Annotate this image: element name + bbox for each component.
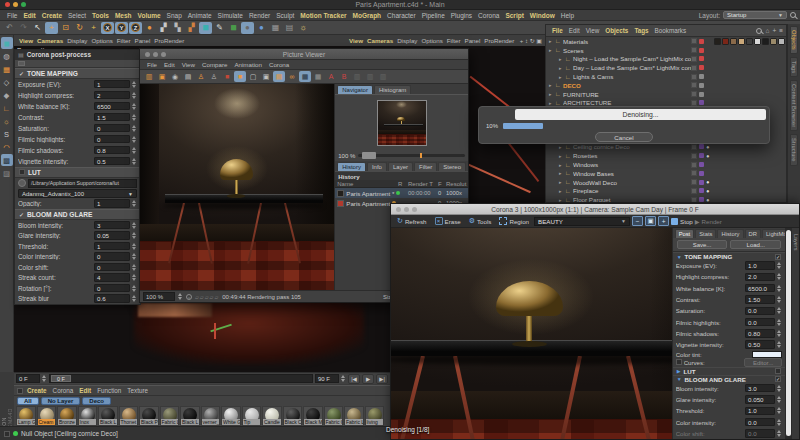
tree-row[interactable]: ▸ ∟ Windows ● (546, 160, 786, 169)
material-tag-thumbnail[interactable] (738, 38, 745, 45)
setting-value-field[interactable]: 2.0 (745, 273, 775, 282)
slider-handle[interactable] (362, 152, 376, 159)
viewport-menu-item[interactable]: View (17, 37, 35, 44)
toolbar-icon[interactable]: + (45, 22, 58, 34)
timeline-playhead[interactable]: 0 F (51, 375, 71, 382)
tab[interactable]: Stereo (438, 162, 466, 171)
setting-value-field[interactable]: 1 (94, 80, 130, 89)
stepper-icon[interactable] (132, 199, 137, 208)
tab[interactable]: History (717, 229, 743, 238)
visibility-toggle[interactable] (691, 65, 697, 71)
menu-item[interactable]: File (549, 27, 566, 34)
material-item[interactable]: verner_ (201, 406, 221, 426)
menu-item[interactable]: Edit (76, 387, 94, 394)
setting-value-field[interactable]: 0.0 (745, 307, 775, 316)
menu-item[interactable]: Compare (199, 61, 230, 68)
material-tag-thumbnail[interactable] (730, 38, 737, 45)
visibility-toggle[interactable] (691, 188, 697, 194)
stepper-icon[interactable] (132, 263, 137, 272)
toolbar-icon[interactable]: ▥ (377, 71, 389, 82)
material-item[interactable]: Fabric L (344, 406, 364, 426)
menu-item[interactable]: Edit (20, 12, 38, 19)
setting-value-field[interactable]: 0.5 (94, 157, 130, 166)
setting-value-field[interactable]: 0.0 (745, 429, 775, 438)
section-checkbox[interactable] (775, 368, 781, 374)
menu-item[interactable]: View (583, 27, 603, 34)
menu-item[interactable]: Objects (602, 27, 631, 34)
menu-item[interactable]: Corona (50, 387, 77, 394)
stepper-icon[interactable] (132, 157, 137, 166)
setting-value-field[interactable]: 1 (94, 199, 130, 208)
layout-select[interactable]: Startup▼ (723, 11, 787, 19)
material-tag-thumbnail[interactable] (746, 38, 753, 45)
layer-color-dot[interactable] (699, 100, 704, 105)
viewport-menu-item[interactable]: Options (89, 37, 114, 44)
mode-icon[interactable]: ◼ (1, 37, 13, 49)
menu-item[interactable]: Render (246, 12, 273, 19)
visibility-toggle[interactable] (691, 179, 697, 185)
toolbar-icon[interactable]: ▚ (171, 22, 184, 34)
tone-mapping-header[interactable]: ✓ TONE MAPPING (15, 68, 140, 79)
setting-value-field[interactable]: 1.0 (745, 407, 775, 416)
material-tag-icon[interactable]: ● (706, 197, 710, 202)
tone-mapping-header[interactable]: ▼ TONE MAPPING ✓ (673, 252, 785, 260)
layer-color-dot[interactable] (699, 74, 704, 79)
toolbar-icon[interactable]: ▥ (351, 71, 363, 82)
setting-value-field[interactable]: 1.0 (745, 261, 775, 270)
panel-title-bar[interactable]: ▤ Corona post-process (15, 50, 140, 60)
stepper-icon[interactable] (777, 429, 782, 438)
mode-icon[interactable]: ◇ (1, 76, 13, 88)
go-to-start-button[interactable]: |◀ (348, 374, 360, 384)
curves-checkbox[interactable] (676, 359, 682, 365)
tree-row[interactable]: ▸ ∟ WoodWall Deco ● (546, 178, 786, 187)
viewport-menu-item[interactable]: Filter (115, 37, 133, 44)
material-item[interactable]: Black L (98, 406, 118, 426)
setting-value-field[interactable]: 1.50 (745, 295, 775, 304)
layer-color-dot[interactable] (699, 180, 704, 185)
stepper-icon[interactable] (132, 252, 137, 261)
visibility-toggle[interactable] (691, 153, 697, 159)
layer-color-dot[interactable] (699, 48, 704, 53)
toolbar-icon[interactable]: ▤ (273, 71, 285, 82)
tree-row[interactable]: ▸ ∟ Rosettes ● (546, 151, 786, 160)
stepper-icon[interactable] (132, 221, 137, 230)
stepper-icon[interactable] (777, 318, 782, 327)
tab[interactable]: Navigator (337, 85, 373, 94)
stepper-icon[interactable] (132, 146, 137, 155)
toolbar-icon[interactable]: Y (115, 22, 128, 34)
lut-header[interactable]: ▶ LUT (673, 367, 785, 375)
viewport-menu-item[interactable]: ProRender (482, 37, 516, 44)
tab[interactable]: Layer (388, 162, 413, 171)
tab[interactable]: Post (675, 229, 695, 238)
toolbar-icon[interactable]: ▢ (247, 71, 259, 82)
tab[interactable]: DR (745, 229, 761, 238)
menu-item[interactable]: Tools (89, 12, 112, 19)
stop-button[interactable]: Stop (671, 218, 693, 225)
dock-icon[interactable] (18, 61, 25, 66)
collapse-arrow-icon[interactable]: ▼ (677, 376, 682, 382)
toolbar-icon[interactable]: ▣ (156, 71, 168, 82)
mode-icon[interactable]: ▨ (1, 167, 13, 179)
layer-color-dot[interactable] (699, 171, 704, 176)
side-tab[interactable]: Tags (790, 57, 798, 77)
material-item[interactable]: Lamp G (16, 406, 36, 426)
mode-icon[interactable]: ☼ (1, 115, 13, 127)
lut-checkbox[interactable] (19, 169, 25, 175)
filter-icon[interactable]: ≡ (779, 27, 783, 34)
checkmark-icon[interactable]: ✓ (19, 211, 24, 218)
frame-start-field[interactable]: 0 F (16, 374, 40, 383)
toolbar-icon[interactable]: ↖ (31, 22, 44, 34)
material-item[interactable]: Black L (180, 406, 200, 426)
toolbar-icon[interactable]: ▣ (260, 71, 272, 82)
toolbar-icon[interactable]: ♙ (208, 71, 220, 82)
toolbar-icon[interactable]: ● (241, 22, 254, 34)
material-tag-icon[interactable]: ● (706, 153, 710, 159)
viewport-menu-item[interactable]: ProRender (152, 37, 186, 44)
menu-item[interactable]: Volume (135, 12, 164, 19)
section-checkbox[interactable]: ✓ (775, 254, 781, 260)
viewport-menu-item[interactable]: Filter (445, 37, 463, 44)
toolbar-icon[interactable]: ◼ (227, 22, 240, 34)
stepper-icon[interactable] (132, 102, 137, 111)
toolbar-icon[interactable]: ▤ (283, 22, 296, 34)
load-button[interactable]: Load... (730, 240, 781, 249)
